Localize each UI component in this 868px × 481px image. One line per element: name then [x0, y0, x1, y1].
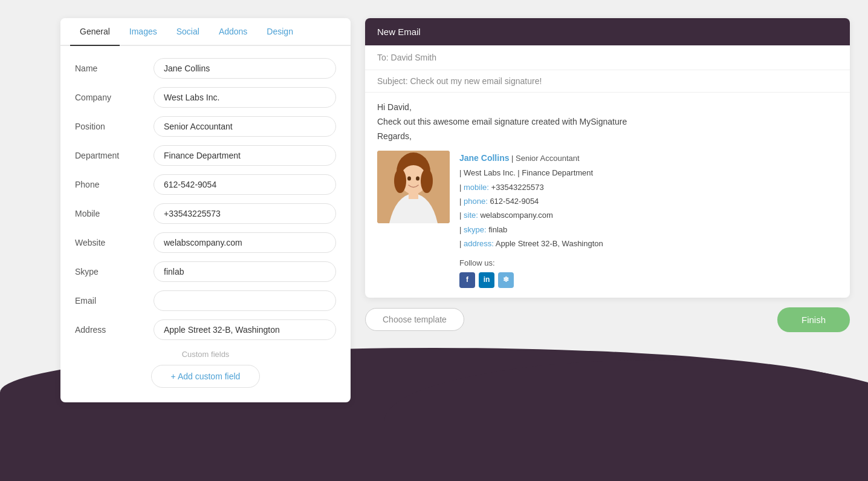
phone-row: Phone [75, 174, 336, 195]
mobile-label: Mobile [75, 209, 154, 218]
tab-images[interactable]: Images [120, 18, 167, 46]
email-body-text: Check out this awesome email signature c… [377, 117, 838, 126]
skype-row: Skype [75, 261, 336, 282]
sig-skype-value: finlab [488, 225, 507, 234]
phone-input[interactable] [154, 174, 336, 195]
facebook-icon[interactable]: f [459, 272, 475, 288]
choose-template-button[interactable]: Choose template [365, 308, 464, 331]
tab-social[interactable]: Social [167, 18, 209, 46]
signature-info: Jane Collins | Senior Accountant | West … [459, 151, 603, 288]
address-input[interactable] [154, 319, 336, 340]
position-input[interactable] [154, 116, 336, 137]
email-label: Email [75, 296, 154, 306]
mobile-input[interactable] [154, 203, 336, 224]
position-row: Position [75, 116, 336, 137]
email-input[interactable] [154, 290, 336, 311]
social-icons: f in ❄ [459, 272, 603, 288]
svg-rect-3 [409, 192, 418, 199]
email-preview: New Email To: David Smith Subject: Check… [365, 18, 850, 298]
sig-skype-label: skype: [464, 225, 487, 234]
linkedin-icon[interactable]: in [479, 272, 494, 288]
main-container: General Images Social Addons Design Name… [0, 0, 868, 420]
mobile-row: Mobile [75, 203, 336, 224]
website-row: Website [75, 232, 336, 253]
address-label: Address [75, 325, 154, 335]
finish-button[interactable]: Finish [777, 307, 850, 332]
email-greeting: Hi David, [377, 102, 838, 112]
position-label: Position [75, 122, 154, 131]
sig-address-label: address: [464, 239, 494, 248]
email-header: New Email [365, 18, 850, 45]
phone-label: Phone [75, 180, 154, 189]
sig-mobile-line: | mobile: +33543225573 [459, 180, 603, 194]
tab-addons[interactable]: Addons [209, 18, 257, 46]
sig-skype-line: | skype: finlab [459, 223, 603, 237]
signature-block: Jane Collins | Senior Accountant | West … [377, 151, 838, 288]
sig-title: Senior Accountant [516, 154, 580, 163]
sig-address-line: | address: Apple Street 32-B, Washington [459, 237, 603, 250]
sig-site-line: | site: welabscompany.com [459, 208, 603, 222]
email-body: Hi David, Check out this awesome email s… [365, 93, 850, 298]
skype-label: Skype [75, 267, 154, 276]
tab-general[interactable]: General [70, 18, 120, 46]
snowflake-icon[interactable]: ❄ [498, 272, 514, 288]
add-custom-field-button[interactable]: + Add custom field [151, 365, 261, 388]
sig-site-value: welabscompany.com [480, 211, 552, 220]
sig-address-value: Apple Street 32-B, Washington [496, 239, 603, 248]
sig-phone-value: 612-542-9054 [490, 197, 539, 206]
name-input[interactable] [154, 58, 336, 79]
left-panel: General Images Social Addons Design Name… [60, 18, 351, 402]
svg-point-4 [394, 169, 406, 193]
name-label: Name [75, 64, 154, 73]
website-input[interactable] [154, 232, 336, 253]
tabs-bar: General Images Social Addons Design [60, 18, 351, 46]
sig-phone-label: phone: [464, 197, 488, 206]
department-label: Department [75, 151, 154, 160]
tab-design[interactable]: Design [257, 18, 303, 46]
company-row: Company [75, 87, 336, 108]
email-regards: Regards, [377, 131, 838, 141]
sig-company-line: | West Labs Inc. | Finance Department [459, 166, 603, 180]
action-bar: Choose template Finish [365, 307, 850, 332]
sig-site-label: site: [464, 211, 478, 220]
company-label: Company [75, 93, 154, 102]
custom-fields-label: Custom fields [75, 350, 336, 359]
right-panel: New Email To: David Smith Subject: Check… [365, 18, 850, 332]
email-row: Email [75, 290, 336, 311]
sig-name: Jane Collins [459, 153, 509, 163]
department-row: Department [75, 145, 336, 166]
email-to-field: To: David Smith [365, 45, 850, 70]
sig-mobile-label: mobile: [464, 183, 489, 192]
website-label: Website [75, 238, 154, 247]
svg-point-7 [416, 177, 419, 181]
sig-follow-label: Follow us: [459, 256, 603, 270]
svg-point-5 [421, 169, 433, 193]
skype-input[interactable] [154, 261, 336, 282]
company-input[interactable] [154, 87, 336, 108]
svg-point-6 [407, 177, 411, 181]
sig-mobile-value: +33543225573 [491, 183, 544, 192]
department-input[interactable] [154, 145, 336, 166]
address-row: Address [75, 319, 336, 340]
form-area: Name Company Position Department Phone M… [60, 46, 351, 402]
signature-photo [377, 151, 450, 223]
email-subject-field: Subject: Check out my new email signatur… [365, 70, 850, 93]
name-row: Name [75, 58, 336, 79]
sig-phone-line: | phone: 612-542-9054 [459, 194, 603, 208]
